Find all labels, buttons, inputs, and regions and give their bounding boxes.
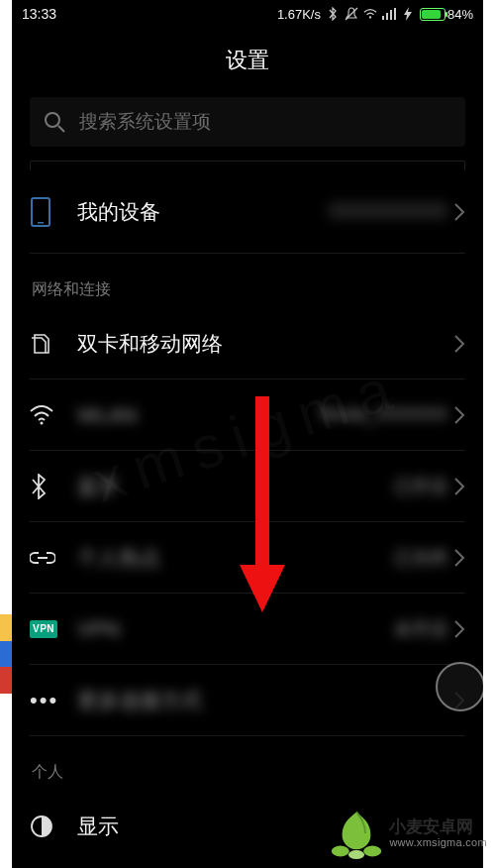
row-my-device[interactable]: 我的设备 XXXXXXXXXX — [30, 170, 465, 254]
phone-icon — [30, 197, 77, 227]
charging-icon — [401, 7, 415, 21]
card-top-edge — [30, 161, 465, 170]
row-dual-sim[interactable]: 双卡和移动网络 — [30, 308, 465, 380]
phone-frame: 13:33 1.67K/s 84% 设置 — [12, 0, 483, 868]
row-value: 已开启 — [394, 475, 447, 498]
svg-rect-2 — [382, 16, 384, 20]
svg-line-7 — [58, 126, 64, 132]
search-icon — [44, 111, 65, 133]
row-vpn[interactable]: VPN VPN 未开启 — [30, 594, 465, 665]
sim-icon — [30, 332, 77, 356]
status-bar: 13:33 1.67K/s 84% — [12, 0, 483, 28]
row-label: 个人热点 — [77, 544, 160, 572]
chevron-right-icon — [453, 477, 465, 496]
assistive-touch[interactable] — [436, 662, 483, 711]
svg-point-1 — [369, 16, 371, 18]
status-netspeed: 1.67K/s — [277, 7, 321, 22]
svg-rect-5 — [394, 8, 396, 20]
svg-rect-4 — [390, 10, 392, 20]
wifi-icon — [363, 7, 377, 21]
row-label: VPN — [77, 617, 120, 641]
dnd-icon — [345, 7, 358, 21]
row-hotspot[interactable]: 个人热点 已关闭 — [30, 522, 465, 594]
battery-indicator: 84% — [420, 7, 473, 22]
wifi-icon — [30, 405, 77, 425]
chevron-right-icon — [453, 202, 465, 222]
chevron-right-icon — [453, 548, 465, 568]
row-label: 蓝牙 — [77, 473, 119, 500]
row-label: WLAN — [77, 403, 138, 427]
section-personal-title: 个人 — [30, 736, 465, 791]
svg-rect-3 — [386, 13, 388, 20]
row-label: 显示 — [77, 813, 119, 840]
svg-point-6 — [46, 113, 59, 127]
row-value: XXXXXXXXXX — [329, 200, 447, 223]
contrast-icon — [30, 814, 77, 838]
left-edge-decor — [0, 614, 12, 694]
signal-icon — [382, 7, 396, 21]
chevron-right-icon — [453, 334, 465, 354]
more-icon: ••• — [30, 688, 77, 713]
chevron-right-icon — [453, 619, 465, 639]
row-label: 双卡和移动网络 — [77, 330, 223, 358]
search-bar[interactable] — [30, 97, 465, 147]
status-time: 13:33 — [22, 6, 56, 22]
bluetooth-icon — [326, 7, 340, 21]
row-label: 我的设备 — [77, 198, 160, 226]
page-title: 设置 — [12, 28, 483, 97]
row-bluetooth[interactable]: 蓝牙 已开启 — [30, 451, 465, 522]
search-input[interactable] — [79, 111, 451, 133]
svg-rect-9 — [38, 222, 44, 224]
chevron-right-icon — [453, 405, 465, 425]
link-icon — [30, 550, 77, 566]
row-wlan[interactable]: WLAN Tenda_XXXXXX — [30, 380, 465, 451]
section-network-title: 网络和连接 — [30, 254, 465, 308]
bluetooth-icon — [30, 474, 77, 499]
svg-rect-8 — [32, 198, 50, 226]
vpn-icon: VPN — [30, 620, 77, 638]
row-value: 未开启 — [394, 617, 447, 641]
battery-pct: 84% — [447, 7, 473, 22]
row-display[interactable]: 显示 — [30, 791, 465, 862]
row-label: 更多连接方式 — [77, 687, 202, 714]
row-more-connections[interactable]: ••• 更多连接方式 — [30, 665, 465, 736]
svg-point-10 — [41, 421, 44, 424]
row-value: 已关闭 — [394, 546, 447, 570]
row-value: Tenda_XXXXXX — [318, 404, 447, 425]
